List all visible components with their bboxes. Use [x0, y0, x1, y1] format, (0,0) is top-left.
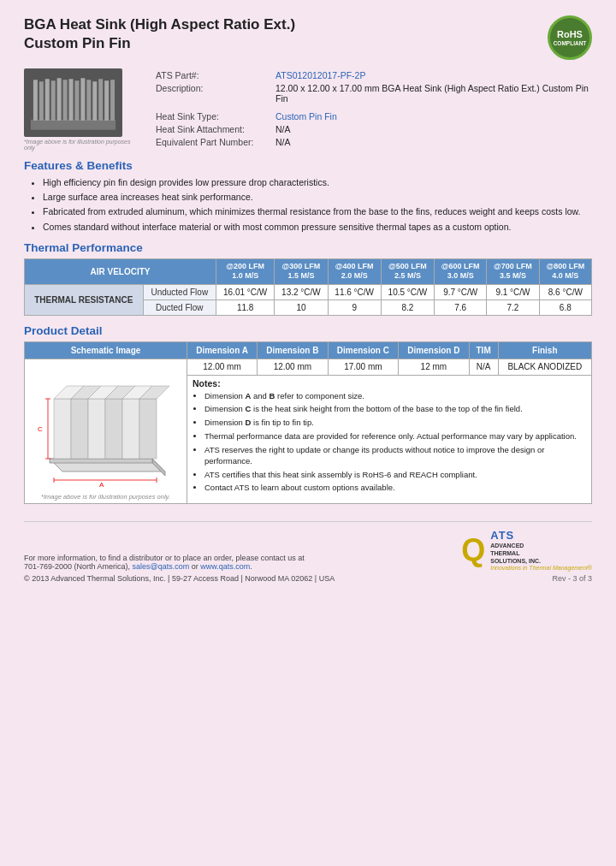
ats-tagline: Innovations in Thermal Management®	[490, 565, 592, 571]
spec-row-part: ATS Part#: ATS012012017-PF-2P	[152, 68, 592, 81]
unducted-val-6: 8.6 °C/W	[539, 285, 591, 300]
ats-text: ATS ADVANCEDTHERMALSOLUTIONS, INC. Innov…	[490, 529, 592, 571]
footer-email[interactable]: sales@qats.com	[133, 562, 190, 571]
lfm-header-6: @800 LFM4.0 M/S	[539, 258, 591, 284]
product-detail-title: Product Detail	[24, 324, 592, 337]
title-line2: Custom Pin Fin	[24, 35, 131, 51]
tim-value: N/A	[469, 359, 498, 376]
lfm-header-2: @400 LFM2.0 M/S	[328, 258, 381, 284]
schematic-svg: C A	[33, 365, 174, 489]
schematic-caption: *Image above is for illustration purpose…	[30, 493, 181, 501]
ats-fullname: ADVANCEDTHERMALSOLUTIONS, INC.	[490, 542, 592, 565]
lfm-header-5: @700 LFM3.5 M/S	[487, 258, 539, 284]
ducted-val-5: 7.2	[487, 300, 539, 316]
dim-d-header: Dimension D	[399, 342, 470, 359]
equiv-part-label: Equivalent Part Number:	[152, 135, 272, 148]
svg-rect-5	[57, 78, 62, 121]
svg-rect-9	[80, 78, 85, 121]
ats-logo-area: Q ATS ADVANCEDTHERMALSOLUTIONS, INC. Inn…	[461, 529, 592, 583]
part-label: ATS Part#:	[152, 68, 272, 81]
product-image-caption: *Image above is for illustration purpose…	[24, 139, 135, 151]
schematic-cell: C A *Image above is for illustration pur…	[25, 359, 187, 504]
ducted-val-6: 6.8	[539, 300, 591, 316]
main-title: BGA Heat Sink (High Aspect Ratio Ext.) C…	[24, 15, 295, 53]
feature-2: Large surface area increases heat sink p…	[43, 191, 592, 203]
spec-table: ATS Part#: ATS012012017-PF-2P Descriptio…	[152, 68, 592, 148]
ducted-val-4: 7.6	[435, 300, 487, 316]
lfm-header-4: @600 LFM3.0 M/S	[435, 258, 487, 284]
note-1: Dimension A and B refer to component siz…	[204, 391, 586, 402]
product-image-area: *Image above is for illustration purpose…	[24, 68, 135, 151]
dim-c-header: Dimension C	[328, 342, 399, 359]
lfm-header-1: @300 LFM1.5 M/S	[275, 258, 328, 284]
svg-rect-0	[31, 120, 116, 130]
svg-rect-3	[45, 79, 50, 121]
heat-sink-image	[24, 68, 122, 137]
description: 12.00 x 12.00 x 17.00 mm BGA Heat Sink (…	[272, 81, 592, 104]
page: BGA Heat Sink (High Aspect Ratio Ext.) C…	[0, 0, 616, 866]
product-info-row: *Image above is for illustration purpose…	[24, 68, 592, 151]
ats-logo: Q ATS ADVANCEDTHERMALSOLUTIONS, INC. Inn…	[461, 529, 592, 571]
svg-marker-19	[71, 399, 88, 459]
thermal-resistance-label: THERMAL RESISTANCE	[25, 285, 144, 316]
svg-rect-14	[110, 80, 115, 121]
spec-row-type: Heat Sink Type: Custom Pin Fin	[152, 110, 592, 122]
svg-rect-10	[86, 80, 91, 121]
note-6: ATS certifies that this heat sink assemb…	[204, 470, 586, 481]
finish-value: BLACK ANODIZED	[498, 359, 591, 376]
svg-marker-23	[139, 399, 157, 459]
dim-a-header: Dimension A	[187, 342, 258, 359]
dim-d-value: 12 mm	[399, 359, 470, 376]
svg-rect-6	[63, 80, 68, 121]
feature-1: High efficiency pin fin design provides …	[43, 176, 592, 188]
rohs-compliant: COMPLIANT	[554, 40, 587, 47]
svg-rect-4	[51, 80, 56, 121]
equiv-part: N/A	[272, 135, 592, 148]
notes-cell: Notes: Dimension A and B refer to compon…	[187, 375, 592, 503]
note-7: Contact ATS to learn about custom option…	[204, 483, 586, 494]
unducted-val-1: 13.2 °C/W	[275, 285, 328, 300]
part-number: ATS012012017-PF-2P	[272, 68, 592, 81]
title-line1: BGA Heat Sink (High Aspect Ratio Ext.)	[24, 16, 295, 33]
dim-c-value: 17.00 mm	[328, 359, 399, 376]
unducted-val-3: 10.5 °C/W	[381, 285, 434, 300]
dim-b-header: Dimension B	[258, 342, 329, 359]
svg-rect-12	[98, 79, 103, 121]
footer-contact: For more information, to find a distribu…	[24, 554, 335, 571]
svg-rect-13	[104, 80, 109, 121]
thermal-table: AIR VELOCITY @200 LFM1.0 M/S @300 LFM1.5…	[24, 258, 592, 316]
svg-rect-11	[92, 81, 97, 121]
tim-header: TIM	[469, 342, 498, 359]
notes-title: Notes:	[192, 378, 586, 389]
detail-header-row: Schematic Image Dimension A Dimension B …	[25, 342, 592, 359]
note-2: Dimension C is the heat sink height from…	[204, 404, 586, 415]
unducted-val-2: 11.6 °C/W	[328, 285, 381, 300]
detail-data-row: C A *Image above is for illustration pur…	[25, 359, 592, 376]
footer-web[interactable]: www.qats.com	[200, 562, 250, 571]
features-list: High efficiency pin fin design provides …	[24, 176, 592, 233]
note-3: Dimension D is fin tip to fin tip.	[204, 418, 586, 429]
unducted-val-0: 16.01 °C/W	[216, 285, 274, 300]
hs-attach: N/A	[272, 122, 592, 135]
hs-attach-label: Heat Sink Attachment:	[152, 122, 272, 135]
unducted-label: Unducted Flow	[143, 285, 216, 300]
svg-text:A: A	[99, 481, 104, 489]
rohs-badge: RoHS COMPLIANT	[548, 15, 592, 60]
schematic-image-area: C A	[30, 362, 175, 490]
feature-4: Comes standard without interface materia…	[43, 221, 592, 233]
desc-label: Description:	[152, 81, 272, 104]
product-specs: ATS Part#: ATS012012017-PF-2P Descriptio…	[152, 68, 592, 148]
ducted-val-2: 9	[328, 300, 381, 316]
svg-rect-8	[74, 80, 79, 121]
detail-table: Schematic Image Dimension A Dimension B …	[24, 341, 592, 504]
dim-b-value: 12.00 mm	[258, 359, 329, 376]
footer-copyright: © 2013 Advanced Thermal Solutions, Inc. …	[24, 574, 335, 583]
unducted-val-5: 9.1 °C/W	[487, 285, 539, 300]
ats-q-symbol: Q	[461, 535, 485, 566]
air-velocity-header: AIR VELOCITY	[25, 258, 216, 284]
svg-rect-7	[69, 79, 74, 121]
svg-marker-20	[88, 399, 105, 459]
header-row: BGA Heat Sink (High Aspect Ratio Ext.) C…	[24, 15, 592, 60]
svg-marker-18	[54, 399, 71, 459]
svg-marker-17	[50, 459, 152, 463]
